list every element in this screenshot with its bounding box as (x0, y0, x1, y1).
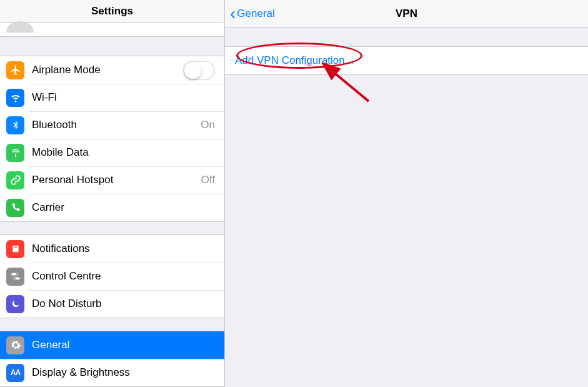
phone-icon (6, 199, 24, 217)
svg-line-6 (332, 71, 369, 101)
wifi-icon (6, 89, 24, 107)
sidebar-item-notifications[interactable]: Notifications (0, 235, 224, 263)
sidebar-item-mobiledata[interactable]: Mobile Data (0, 139, 224, 166)
detail-content: Add VPN Configuration... (225, 28, 588, 75)
antenna-icon (6, 144, 24, 162)
sidebar-item-value: On (201, 119, 215, 131)
detail-pane: ‹ General VPN Add VPN Configuration... (225, 0, 588, 387)
detail-title: VPN (225, 8, 588, 20)
sidebar-item-general[interactable]: General (0, 331, 224, 359)
sidebar-item-display[interactable]: AADisplay & Brightness (0, 359, 224, 386)
sidebar-item-label: Carrier (32, 201, 215, 214)
back-label: General (237, 8, 274, 20)
sidebar-item-wifi[interactable]: Wi-Fi (0, 84, 224, 111)
gear-icon (6, 336, 24, 354)
sidebar-item-controlcentre[interactable]: Control Centre (0, 263, 224, 290)
svg-point-3 (16, 273, 17, 275)
sidebar-item-label: Control Centre (32, 270, 215, 283)
sidebar-item-bluetooth[interactable]: BluetoothOn (0, 111, 224, 139)
chevron-left-icon: ‹ (230, 5, 236, 23)
sidebar-item-label: Notifications (32, 243, 215, 255)
sidebar-item-carrier[interactable]: Carrier (0, 194, 224, 221)
add-vpn-configuration[interactable]: Add VPN Configuration... (225, 46, 588, 75)
sidebar-item-label: Mobile Data (32, 146, 215, 159)
sidebar-item-label: Airplane Mode (32, 64, 183, 76)
sidebar-item-label: Personal Hotspot (32, 174, 201, 186)
sidebar-item-value: Off (201, 174, 215, 186)
notifications-icon (6, 240, 24, 258)
sidebar-item-label: Do Not Disturb (32, 298, 215, 310)
svg-rect-0 (12, 246, 18, 253)
text-size-icon: AA (6, 364, 24, 382)
sidebar-item-hotspot[interactable]: Personal HotspotOff (0, 166, 224, 194)
svg-point-5 (14, 278, 16, 279)
avatar (6, 21, 34, 33)
link-icon (6, 171, 24, 189)
detail-header: ‹ General VPN (225, 0, 588, 28)
airplane-icon (6, 61, 24, 79)
profile-row-truncated[interactable] (0, 23, 224, 37)
sidebar-item-airplane[interactable]: Airplane Mode (0, 56, 224, 84)
moon-icon (6, 295, 24, 313)
sidebar-title: Settings (91, 5, 133, 18)
svg-rect-1 (14, 247, 17, 248)
airplane-toggle[interactable] (183, 61, 215, 80)
sidebar-item-label: General (32, 339, 215, 351)
bluetooth-icon (6, 116, 24, 134)
sidebar-item-label: Bluetooth (32, 119, 201, 131)
sidebar-item-label: Wi-Fi (32, 91, 215, 104)
switches-icon (6, 268, 24, 286)
sidebar-item-dnd[interactable]: Do Not Disturb (0, 290, 224, 318)
back-button[interactable]: ‹ General (225, 5, 275, 23)
add-vpn-label: Add VPN Configuration... (235, 54, 354, 66)
sidebar-header: Settings (0, 0, 224, 23)
sidebar-item-label: Display & Brightness (32, 366, 215, 379)
settings-sidebar: Settings Airplane ModeWi-FiBluetoothOnMo… (0, 0, 225, 387)
